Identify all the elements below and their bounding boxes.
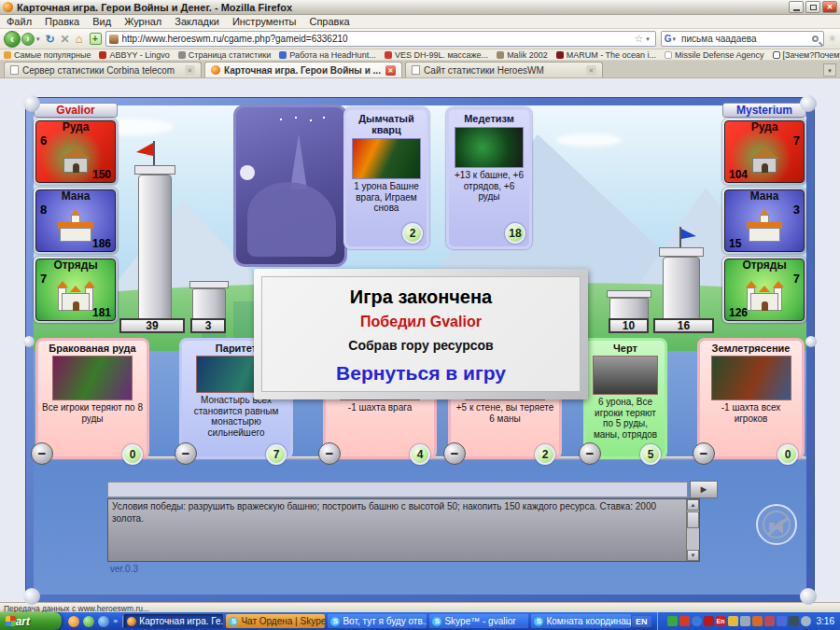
tab-close-icon[interactable]: ✕ — [385, 65, 396, 76]
menu-file[interactable]: Файл — [0, 16, 38, 27]
nav-dropdown-icon[interactable]: ▾ — [36, 35, 40, 43]
tray-icon[interactable] — [801, 616, 811, 626]
minimize-icon — [793, 9, 800, 11]
windows-logo-icon — [6, 616, 16, 626]
start-button[interactable]: start — [0, 612, 62, 630]
discard-button[interactable]: − — [318, 442, 341, 465]
close-button[interactable]: ✕ — [822, 1, 837, 13]
home-button[interactable]: ⌂ — [76, 32, 83, 46]
menu-help[interactable]: Справка — [302, 16, 356, 27]
taskbar-window-skype-msg[interactable]: S Вот, тут я буду отв... — [328, 614, 427, 628]
tray-icon[interactable] — [777, 616, 787, 626]
url-dropdown-icon[interactable]: ▾ — [646, 35, 650, 43]
bookmark-item[interactable]: [Зачем?Почему?Для ... — [773, 50, 840, 60]
return-to-game-button[interactable]: Вернуться в игру — [336, 362, 506, 385]
search-engine-dropdown-icon[interactable]: ▾ — [673, 35, 677, 43]
bookmark-item[interactable]: MARUM - The ocean i... — [556, 50, 656, 60]
bookmark-star-icon[interactable]: ☆ — [634, 33, 643, 45]
taskbar-window-card-game[interactable]: Карточная игра. Ге... — [124, 614, 223, 628]
hand-card-devil[interactable]: Черт 6 урона, Все игроки теряют по 5 руд… — [583, 338, 667, 459]
resource-card-ore-right[interactable]: Руда 7 104 — [722, 119, 806, 185]
discard-button[interactable]: − — [175, 442, 197, 465]
discard-button[interactable]: − — [579, 442, 601, 465]
bookmark-item[interactable]: ABBYY - Lingvo — [99, 50, 169, 60]
tray-icon[interactable] — [667, 616, 678, 626]
bookmark-item[interactable]: Страница статистики — [178, 50, 271, 60]
refresh-button[interactable]: ↻ — [46, 33, 55, 46]
hand-card-defective-ore[interactable]: Бракованая руда Все игроки теряют по 8 р… — [35, 338, 149, 459]
taskbar-window-skype-chat[interactable]: S Чат Ордена | Skype... — [226, 614, 325, 628]
bookmark-item[interactable]: Самые популярные — [4, 50, 91, 60]
discard-button[interactable]: − — [31, 442, 53, 465]
url-input[interactable]: http://www.heroeswm.ru/cgame.php?gameid=… — [122, 34, 633, 44]
log-scrollbar[interactable]: ▲ ▼ — [686, 499, 699, 561]
tray-icon[interactable] — [740, 616, 750, 626]
menu-edit[interactable]: Правка — [38, 16, 86, 27]
tray-icon[interactable] — [764, 616, 775, 626]
resource-card-ore-left[interactable]: Руда 6 150 — [34, 119, 118, 185]
tab-heroeswm-stats[interactable]: Сайт статистики HeroesWM ✕ — [405, 62, 603, 77]
taskbar-window-skype-room[interactable]: S Комната координац... — [531, 614, 630, 628]
taskbar-window-skype-main[interactable]: S Skype™ - gvalior — [429, 614, 528, 628]
restore-button[interactable] — [805, 1, 820, 13]
menu-view[interactable]: Вид — [86, 16, 118, 27]
stop-button[interactable]: ✕ — [61, 33, 70, 46]
new-page-icon[interactable]: + — [90, 33, 102, 45]
deck-card-back[interactable] — [233, 105, 347, 267]
quick-launch: » — [62, 616, 122, 627]
back-button[interactable]: ‹ — [4, 31, 21, 48]
tab-corbina-stats[interactable]: Сервер статистики Corbina telecom ✕ — [4, 62, 202, 77]
game-over-dialog: Игра закончена Победил Gvalior Собрав го… — [254, 269, 588, 399]
language-indicator[interactable]: EN — [632, 616, 651, 627]
quick-launch-icon[interactable] — [98, 616, 109, 627]
tab-list-button[interactable]: ▾ — [823, 63, 836, 77]
scrollbar-thumb[interactable] — [687, 511, 699, 528]
tray-icon[interactable] — [692, 616, 702, 626]
tab-card-game[interactable]: Карточная игра. Герои Войны и ... ✕ — [204, 62, 402, 77]
quick-launch-icon[interactable] — [83, 616, 94, 627]
resource-card-mana-left[interactable]: Мана 8 186 — [34, 188, 118, 254]
bookmark-item[interactable]: VES DH-99L. массаже... — [385, 50, 488, 60]
resource-card-troops-right[interactable]: Отряды 7 126 — [722, 257, 806, 323]
amount-value: 181 — [92, 306, 111, 319]
tab-close-icon[interactable]: ✕ — [586, 65, 596, 76]
resource-card-mana-right[interactable]: Мана 3 15 — [722, 188, 806, 254]
hand-card-earthquake[interactable]: Землетрясение -1 шахта всех игроков − 0 — [697, 338, 805, 459]
discard-button[interactable]: − — [693, 442, 715, 465]
forward-button[interactable]: › — [21, 33, 35, 46]
income-value: 7 — [40, 272, 47, 286]
search-input[interactable]: письма чаадаева — [681, 34, 812, 44]
bookmark-item[interactable]: Malik 2002 — [497, 50, 548, 60]
discard-button[interactable]: − — [443, 442, 466, 465]
amount-value: 126 — [729, 306, 748, 319]
url-bar[interactable]: http://www.heroeswm.ru/cgame.php?gameid=… — [105, 31, 656, 47]
game-log[interactable]: Условия победы: разрушить вражескую башн… — [107, 498, 700, 562]
resource-card-troops-left[interactable]: Отряды 7 181 — [34, 257, 118, 323]
tray-icon[interactable] — [752, 616, 763, 626]
send-button[interactable]: ► — [690, 481, 718, 498]
tab-close-icon[interactable]: ✕ — [185, 65, 195, 76]
tray-icon[interactable] — [679, 616, 690, 626]
played-card-medetizm[interactable]: Медетизм +13 к башне, +6 отрядов, +6 руд… — [446, 107, 532, 249]
quick-launch-overflow-icon[interactable]: » — [113, 617, 117, 625]
chat-input[interactable] — [107, 482, 688, 497]
search-box[interactable]: G ▾ письма чаадаева — [661, 31, 824, 47]
menu-tools[interactable]: Инструменты — [226, 16, 303, 27]
dialog-title: Игра закончена — [262, 287, 580, 308]
scroll-down-icon[interactable]: ▼ — [687, 550, 699, 561]
tray-icon[interactable] — [704, 616, 714, 626]
minimize-button[interactable] — [789, 1, 804, 13]
card-art — [52, 356, 133, 400]
tray-icon[interactable] — [789, 616, 799, 626]
tray-icon[interactable]: En — [716, 616, 726, 626]
sound-off-button[interactable] — [756, 504, 797, 545]
quick-launch-icon[interactable] — [68, 616, 79, 627]
tray-icon[interactable] — [728, 616, 738, 626]
menu-bookmarks[interactable]: Закладки — [168, 16, 226, 27]
scroll-up-icon[interactable]: ▲ — [687, 499, 699, 511]
played-card-smoky-quartz[interactable]: Дымчатый кварц 1 урона Башне врага, Игра… — [343, 107, 429, 249]
bookmark-item[interactable]: Missile Defense Agency — [665, 50, 764, 60]
menu-history[interactable]: Журнал — [118, 16, 168, 27]
search-icon[interactable] — [812, 35, 819, 42]
bookmark-item[interactable]: Работа на HeadHunt... — [279, 50, 376, 60]
